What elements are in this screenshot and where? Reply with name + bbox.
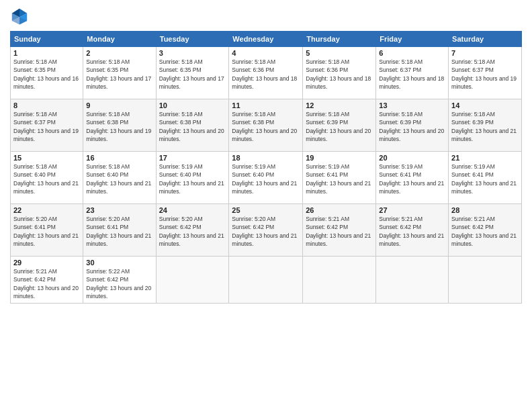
day-number: 2 — [86, 49, 152, 57]
day-cell: 13 Sunrise: 5:18 AMSunset: 6:39 PMDaylig… — [376, 99, 449, 152]
day-cell: 11 Sunrise: 5:18 AMSunset: 6:38 PMDaylig… — [229, 99, 303, 152]
day-info: Sunrise: 5:21 AMSunset: 6:42 PMDaylight:… — [306, 216, 371, 247]
day-number: 12 — [306, 101, 373, 109]
day-number: 21 — [451, 154, 519, 162]
day-number: 6 — [379, 49, 445, 57]
day-info: Sunrise: 5:22 AMSunset: 6:42 PMDaylight:… — [86, 268, 151, 300]
day-number: 22 — [13, 206, 80, 214]
day-number: 27 — [379, 206, 445, 214]
day-cell: 25 Sunrise: 5:20 AMSunset: 6:42 PMDaylig… — [229, 204, 303, 257]
logo — [10, 7, 32, 26]
day-info: Sunrise: 5:18 AMSunset: 6:39 PMDaylight:… — [379, 111, 444, 142]
day-number: 9 — [86, 101, 152, 109]
day-info: Sunrise: 5:18 AMSunset: 6:39 PMDaylight:… — [451, 111, 517, 142]
day-info: Sunrise: 5:18 AMSunset: 6:36 PMDaylight:… — [232, 58, 297, 90]
header — [10, 7, 522, 26]
day-number: 29 — [13, 259, 80, 267]
day-cell: 3 Sunrise: 5:18 AMSunset: 6:35 PMDayligh… — [156, 47, 229, 99]
day-info: Sunrise: 5:18 AMSunset: 6:38 PMDaylight:… — [232, 111, 297, 142]
day-cell: 9 Sunrise: 5:18 AMSunset: 6:38 PMDayligh… — [83, 99, 156, 152]
day-cell: 16 Sunrise: 5:18 AMSunset: 6:40 PMDaylig… — [83, 152, 156, 204]
day-number: 26 — [306, 206, 373, 214]
day-cell: 10 Sunrise: 5:18 AMSunset: 6:38 PMDaylig… — [156, 99, 229, 152]
day-number: 25 — [232, 206, 300, 214]
day-info: Sunrise: 5:18 AMSunset: 6:40 PMDaylight:… — [13, 163, 79, 195]
day-info: Sunrise: 5:18 AMSunset: 6:35 PMDaylight:… — [86, 58, 151, 90]
day-info: Sunrise: 5:19 AMSunset: 6:40 PMDaylight:… — [232, 163, 297, 195]
week-row-4: 22 Sunrise: 5:20 AMSunset: 6:41 PMDaylig… — [11, 204, 522, 257]
day-cell: 14 Sunrise: 5:18 AMSunset: 6:39 PMDaylig… — [449, 99, 522, 152]
day-info: Sunrise: 5:21 AMSunset: 6:42 PMDaylight:… — [451, 216, 517, 247]
day-info: Sunrise: 5:18 AMSunset: 6:39 PMDaylight:… — [306, 111, 371, 142]
day-cell — [303, 257, 376, 304]
day-number: 17 — [159, 154, 226, 162]
day-number: 5 — [306, 49, 373, 57]
week-row-1: 1 Sunrise: 5:18 AMSunset: 6:35 PMDayligh… — [11, 47, 522, 99]
day-info: Sunrise: 5:21 AMSunset: 6:42 PMDaylight:… — [13, 268, 79, 300]
day-cell: 29 Sunrise: 5:21 AMSunset: 6:42 PMDaylig… — [11, 257, 83, 304]
day-number: 23 — [86, 206, 152, 214]
day-cell: 2 Sunrise: 5:18 AMSunset: 6:35 PMDayligh… — [83, 47, 156, 99]
day-cell: 7 Sunrise: 5:18 AMSunset: 6:37 PMDayligh… — [449, 47, 522, 99]
day-number: 13 — [379, 101, 445, 109]
day-number: 24 — [159, 206, 226, 214]
day-number: 15 — [13, 154, 80, 162]
day-info: Sunrise: 5:20 AMSunset: 6:42 PMDaylight:… — [232, 216, 297, 247]
day-cell: 1 Sunrise: 5:18 AMSunset: 6:35 PMDayligh… — [11, 47, 83, 99]
day-number: 28 — [451, 206, 519, 214]
weekday-header-monday: Monday — [83, 32, 156, 47]
day-info: Sunrise: 5:19 AMSunset: 6:41 PMDaylight:… — [451, 163, 517, 195]
day-cell: 22 Sunrise: 5:20 AMSunset: 6:41 PMDaylig… — [11, 204, 83, 257]
day-cell: 23 Sunrise: 5:20 AMSunset: 6:41 PMDaylig… — [83, 204, 156, 257]
week-row-5: 29 Sunrise: 5:21 AMSunset: 6:42 PMDaylig… — [11, 257, 522, 304]
day-number: 11 — [232, 101, 300, 109]
day-number: 30 — [86, 259, 152, 267]
day-info: Sunrise: 5:19 AMSunset: 6:41 PMDaylight:… — [306, 163, 371, 195]
day-cell — [229, 257, 303, 304]
day-info: Sunrise: 5:18 AMSunset: 6:35 PMDaylight:… — [13, 58, 79, 90]
day-info: Sunrise: 5:18 AMSunset: 6:38 PMDaylight:… — [86, 111, 151, 142]
day-info: Sunrise: 5:19 AMSunset: 6:41 PMDaylight:… — [379, 163, 444, 195]
day-number: 7 — [451, 49, 519, 57]
day-info: Sunrise: 5:20 AMSunset: 6:42 PMDaylight:… — [159, 216, 224, 247]
weekday-header-sunday: Sunday — [11, 32, 83, 47]
day-cell: 30 Sunrise: 5:22 AMSunset: 6:42 PMDaylig… — [83, 257, 156, 304]
day-cell: 19 Sunrise: 5:19 AMSunset: 6:41 PMDaylig… — [303, 152, 376, 204]
day-info: Sunrise: 5:19 AMSunset: 6:40 PMDaylight:… — [159, 163, 224, 195]
day-number: 4 — [232, 49, 300, 57]
day-cell: 21 Sunrise: 5:19 AMSunset: 6:41 PMDaylig… — [449, 152, 522, 204]
day-cell: 18 Sunrise: 5:19 AMSunset: 6:40 PMDaylig… — [229, 152, 303, 204]
day-number: 18 — [232, 154, 300, 162]
weekday-header-friday: Friday — [376, 32, 449, 47]
day-number: 20 — [379, 154, 445, 162]
day-number: 16 — [86, 154, 152, 162]
day-cell: 15 Sunrise: 5:18 AMSunset: 6:40 PMDaylig… — [11, 152, 83, 204]
week-row-3: 15 Sunrise: 5:18 AMSunset: 6:40 PMDaylig… — [11, 152, 522, 204]
day-number: 10 — [159, 101, 226, 109]
day-cell — [449, 257, 522, 304]
weekday-header-thursday: Thursday — [303, 32, 376, 47]
day-number: 1 — [13, 49, 80, 57]
day-cell — [156, 257, 229, 304]
weekday-header-row: SundayMondayTuesdayWednesdayThursdayFrid… — [11, 32, 522, 47]
day-number: 3 — [159, 49, 226, 57]
day-info: Sunrise: 5:20 AMSunset: 6:41 PMDaylight:… — [13, 216, 79, 247]
day-info: Sunrise: 5:20 AMSunset: 6:41 PMDaylight:… — [86, 216, 151, 247]
day-cell: 17 Sunrise: 5:19 AMSunset: 6:40 PMDaylig… — [156, 152, 229, 204]
logo-icon — [10, 7, 29, 26]
day-cell: 27 Sunrise: 5:21 AMSunset: 6:42 PMDaylig… — [376, 204, 449, 257]
day-info: Sunrise: 5:18 AMSunset: 6:37 PMDaylight:… — [13, 111, 79, 142]
week-row-2: 8 Sunrise: 5:18 AMSunset: 6:37 PMDayligh… — [11, 99, 522, 152]
day-cell: 6 Sunrise: 5:18 AMSunset: 6:37 PMDayligh… — [376, 47, 449, 99]
day-cell: 12 Sunrise: 5:18 AMSunset: 6:39 PMDaylig… — [303, 99, 376, 152]
day-number: 8 — [13, 101, 80, 109]
day-cell: 28 Sunrise: 5:21 AMSunset: 6:42 PMDaylig… — [449, 204, 522, 257]
day-info: Sunrise: 5:18 AMSunset: 6:38 PMDaylight:… — [159, 111, 224, 142]
day-cell: 8 Sunrise: 5:18 AMSunset: 6:37 PMDayligh… — [11, 99, 83, 152]
day-info: Sunrise: 5:18 AMSunset: 6:37 PMDaylight:… — [379, 58, 444, 90]
day-number: 19 — [306, 154, 373, 162]
day-cell: 5 Sunrise: 5:18 AMSunset: 6:36 PMDayligh… — [303, 47, 376, 99]
day-info: Sunrise: 5:18 AMSunset: 6:40 PMDaylight:… — [86, 163, 151, 195]
day-cell: 24 Sunrise: 5:20 AMSunset: 6:42 PMDaylig… — [156, 204, 229, 257]
weekday-header-tuesday: Tuesday — [156, 32, 229, 47]
